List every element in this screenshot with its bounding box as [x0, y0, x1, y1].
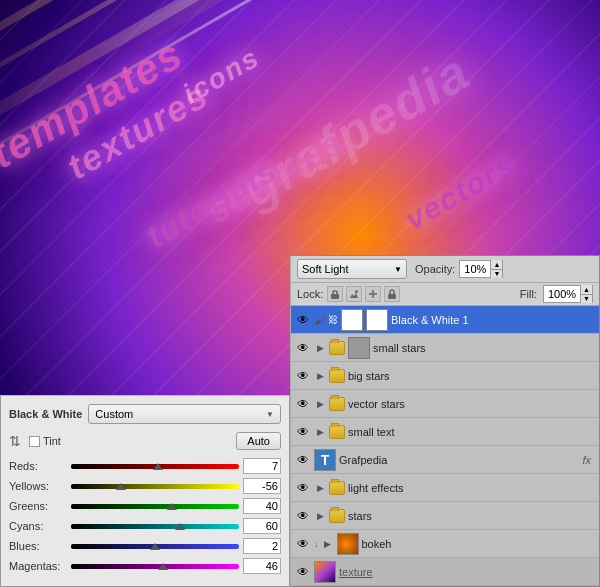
layer-name-big-stars: big stars [348, 370, 595, 382]
layer-expand-stars[interactable]: ▶ [314, 510, 326, 522]
opacity-stepper[interactable]: 10% ▲ ▼ [459, 260, 503, 278]
bw-dropdown[interactable]: Custom ▼ [88, 404, 281, 424]
slider-track-greens[interactable] [71, 499, 239, 513]
layer-folder-icon-light-effects [329, 481, 345, 495]
layer-name-light-effects: light effects [348, 482, 595, 494]
layer-row-bw1[interactable]: 👁 🖌 ⛓ Black & White 1 [291, 306, 599, 334]
layer-name-small-stars: small stars [373, 342, 595, 354]
layer-thumb-bw1 [341, 309, 363, 331]
sliders-container: Reds: Yellows: Gre [9, 458, 281, 574]
fill-stepper-arrows[interactable]: ▲ ▼ [580, 285, 592, 303]
fill-decrement-button[interactable]: ▼ [581, 295, 592, 304]
layers-second-bar: Lock: Fill: 100% ▲ ▼ [291, 283, 599, 306]
layer-row-small-stars[interactable]: 👁 ▶ small stars [291, 334, 599, 362]
bw-panel-title: Black & White [9, 408, 82, 420]
opacity-label: Opacity: [415, 263, 455, 275]
bw-panel: Black & White Custom ▼ ⇅ Tint Auto Reds: [0, 395, 290, 587]
lock-transparent-button[interactable] [327, 286, 343, 302]
layer-fx-grafpedia: fx [582, 454, 595, 466]
panels-container: Black & White Custom ▼ ⇅ Tint Auto Reds: [0, 255, 600, 587]
slider-input-greens[interactable] [243, 498, 281, 514]
slider-track-yellows[interactable] [71, 479, 239, 493]
layer-row-stars[interactable]: 👁 ▶ stars [291, 502, 599, 530]
slider-row-yellows: Yellows: [9, 478, 281, 494]
lock-icons-group [327, 286, 400, 302]
slider-track-blues[interactable] [71, 539, 239, 553]
layers-top-bar: Soft Light ▼ Opacity: 10% ▲ ▼ [291, 256, 599, 283]
layer-eye-vector-stars[interactable]: 👁 [295, 396, 311, 412]
auto-button[interactable]: Auto [236, 432, 281, 450]
fill-value[interactable]: 100% [544, 288, 580, 300]
fill-label: Fill: [520, 288, 537, 300]
slider-track-magentas[interactable] [71, 559, 239, 573]
layer-eye-small-stars[interactable]: 👁 [295, 340, 311, 356]
layer-name-stars: stars [348, 510, 595, 522]
lock-position-button[interactable] [365, 286, 381, 302]
layer-thumb-grafpedia: T [314, 449, 336, 471]
opacity-increment-button[interactable]: ▲ [491, 260, 502, 270]
layer-folder-icon-stars [329, 509, 345, 523]
layer-eye-texture[interactable]: 👁 [295, 564, 311, 580]
layer-expand-vector-stars[interactable]: ▶ [314, 398, 326, 410]
lock-all-button[interactable] [384, 286, 400, 302]
layer-name-texture: texture [339, 566, 595, 578]
layer-mask-bw1 [366, 309, 388, 331]
layer-folder-icon-vector-stars [329, 397, 345, 411]
opacity-value[interactable]: 10% [460, 263, 490, 275]
layer-expand-light-effects[interactable]: ▶ [314, 482, 326, 494]
tint-checkbox[interactable] [29, 436, 40, 447]
fill-increment-button[interactable]: ▲ [581, 285, 592, 295]
layer-expand-small-stars[interactable]: ▶ [314, 342, 326, 354]
lock-label: Lock: [297, 288, 323, 300]
layer-down-arrow-bokeh: ↓ [314, 539, 319, 549]
layer-eye-bokeh[interactable]: 👁 [295, 536, 311, 552]
bw-dropdown-value: Custom [95, 408, 262, 420]
layer-row-bokeh[interactable]: 👁 ↓ ▶ bokeh [291, 530, 599, 558]
layer-expand-bokeh[interactable]: ▶ [322, 538, 334, 550]
layer-folder-icon-small-stars [329, 341, 345, 355]
blend-mode-arrow-icon: ▼ [394, 265, 402, 274]
layer-eye-small-text[interactable]: 👁 [295, 424, 311, 440]
layer-name-small-text: small text [348, 426, 595, 438]
bw-controls-row: ⇅ Tint Auto [9, 432, 281, 450]
layer-row-light-effects[interactable]: 👁 ▶ light effects [291, 474, 599, 502]
slider-input-blues[interactable] [243, 538, 281, 554]
layer-row-vector-stars[interactable]: 👁 ▶ vector stars [291, 390, 599, 418]
layer-name-grafpedia: Grafpedia [339, 454, 579, 466]
bw-adjust-icon: ⇅ [9, 433, 21, 449]
layer-expand-big-stars[interactable]: ▶ [314, 370, 326, 382]
opacity-decrement-button[interactable]: ▼ [491, 270, 502, 279]
tint-label: Tint [29, 435, 61, 447]
slider-label-magentas: Magentas: [9, 560, 71, 572]
opacity-stepper-arrows[interactable]: ▲ ▼ [490, 260, 502, 278]
layer-row-big-stars[interactable]: 👁 ▶ big stars [291, 362, 599, 390]
layer-eye-bw1[interactable]: 👁 [295, 312, 311, 328]
svg-rect-1 [333, 291, 337, 295]
layer-eye-light-effects[interactable]: 👁 [295, 480, 311, 496]
layer-eye-grafpedia[interactable]: 👁 [295, 452, 311, 468]
layer-folder-icon-small-text [329, 425, 345, 439]
slider-row-cyans: Cyans: [9, 518, 281, 534]
slider-track-reds[interactable] [71, 459, 239, 473]
layer-row-texture[interactable]: 👁 texture [291, 558, 599, 586]
svg-point-2 [355, 290, 358, 293]
blend-mode-select[interactable]: Soft Light ▼ [297, 259, 407, 279]
fill-stepper[interactable]: 100% ▲ ▼ [543, 285, 593, 303]
slider-input-yellows[interactable] [243, 478, 281, 494]
canvas-text-icons: icons [178, 41, 266, 110]
layer-eye-stars[interactable]: 👁 [295, 508, 311, 524]
layer-row-small-text[interactable]: 👁 ▶ small text [291, 418, 599, 446]
layer-expand-small-text[interactable]: ▶ [314, 426, 326, 438]
layer-eye-big-stars[interactable]: 👁 [295, 368, 311, 384]
slider-row-magentas: Magentas: [9, 558, 281, 574]
slider-input-magentas[interactable] [243, 558, 281, 574]
lock-image-button[interactable] [346, 286, 362, 302]
layer-folder-icon-big-stars [329, 369, 345, 383]
slider-label-blues: Blues: [9, 540, 71, 552]
layer-thumb-texture [314, 561, 336, 583]
layers-panel: Soft Light ▼ Opacity: 10% ▲ ▼ Lock: [290, 255, 600, 587]
slider-input-reds[interactable] [243, 458, 281, 474]
slider-input-cyans[interactable] [243, 518, 281, 534]
layer-row-grafpedia[interactable]: 👁 T Grafpedia fx [291, 446, 599, 474]
slider-track-cyans[interactable] [71, 519, 239, 533]
